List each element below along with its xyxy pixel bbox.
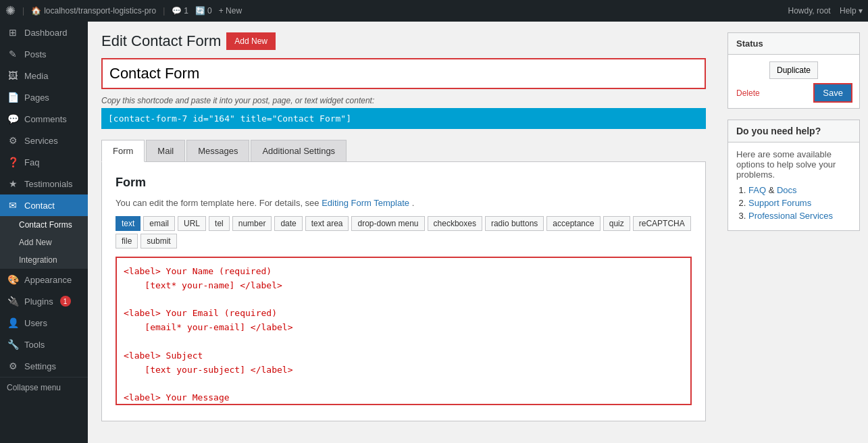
wp-logo-icon[interactable]: ✺ <box>5 3 16 18</box>
sidebar-label-contact: Contact <box>24 201 55 211</box>
help-list: FAQ & Docs Support Forums Professional S… <box>736 185 851 221</box>
tag-btn-text[interactable]: text <box>116 216 141 231</box>
sidebar-item-contact[interactable]: ✉ Contact <box>0 194 88 216</box>
add-new-button[interactable]: Add New <box>228 34 274 49</box>
comment-icon: 💬 <box>172 6 182 16</box>
sidebar-label-comments: Comments <box>24 114 67 124</box>
help-title: Do you need help? <box>728 120 859 142</box>
tag-btn-recaptcha[interactable]: reCAPTCHA <box>633 216 691 231</box>
tabs: Form Mail Messages Additional Settings <box>101 140 706 162</box>
shortcode-label: Copy this shortcode and paste it into yo… <box>101 96 706 105</box>
sidebar-label-plugins: Plugins <box>24 296 53 307</box>
sidebar-item-settings[interactable]: ⚙ Settings <box>0 355 88 377</box>
support-link[interactable]: Support Forums <box>748 198 811 208</box>
dashboard-icon: ⊞ <box>7 27 19 38</box>
testimonials-icon: ★ <box>7 178 19 189</box>
sidebar-label-services: Services <box>24 136 58 146</box>
tag-btn-file[interactable]: file <box>116 234 138 249</box>
page-title: Edit Contact Form <box>101 32 221 50</box>
sidebar-label-posts: Posts <box>24 49 47 59</box>
professional-link[interactable]: Professional Services <box>748 211 833 221</box>
help-item-faq: FAQ & Docs <box>748 185 851 195</box>
sidebar-label-testimonials: Testimonials <box>24 179 73 189</box>
settings-icon: ⚙ <box>7 361 19 371</box>
tab-mail[interactable]: Mail <box>146 140 185 161</box>
docs-link[interactable]: Docs <box>777 185 797 195</box>
sidebar-item-faq[interactable]: ❓ Faq <box>0 151 88 173</box>
sidebar-item-pages[interactable]: 📄 Pages <box>0 86 88 108</box>
status-content: Duplicate Delete Save <box>728 55 859 108</box>
tag-btn-checkboxes[interactable]: checkboxes <box>428 216 482 231</box>
comments-icon: 💬 <box>7 113 19 124</box>
posts-icon: ✎ <box>7 49 19 59</box>
help-intro: Here are some available options to help … <box>736 149 851 180</box>
tag-btn-dropdown[interactable]: drop-down menu <box>351 216 424 231</box>
top-bar-left: ✺ | 🏠 localhost/transport-logistics-pro … <box>5 3 242 18</box>
tag-btn-number[interactable]: number <box>232 216 272 231</box>
sidebar-item-add-new[interactable]: Add New <box>0 234 88 251</box>
top-bar: ✺ | 🏠 localhost/transport-logistics-pro … <box>0 0 868 22</box>
users-icon: 👤 <box>7 317 19 328</box>
home-icon: 🏠 <box>31 6 41 16</box>
status-title: Status <box>728 33 859 55</box>
appearance-icon: 🎨 <box>7 274 19 285</box>
tag-btn-quiz[interactable]: quiz <box>603 216 630 231</box>
sidebar-item-services[interactable]: ⚙ Services <box>0 130 88 151</box>
form-code-editor[interactable] <box>116 257 692 405</box>
services-icon: ⚙ <box>7 135 19 146</box>
top-bar-right: Howdy, root Help ▾ <box>788 6 863 16</box>
tag-btn-radio[interactable]: radio buttons <box>485 216 544 231</box>
integration-label: Integration <box>19 255 57 265</box>
faq-link[interactable]: FAQ <box>748 185 766 195</box>
site-name[interactable]: 🏠 localhost/transport-logistics-pro <box>31 6 156 16</box>
contact-forms-label: Contact Forms <box>19 220 72 230</box>
sidebar-item-contact-forms[interactable]: Contact Forms <box>0 216 88 234</box>
sidebar: ⊞ Dashboard ✎ Posts 🖼 Media 📄 Pages 💬 Co… <box>0 22 88 443</box>
sidebar-item-tools[interactable]: 🔧 Tools <box>0 334 88 355</box>
editing-form-template-link[interactable]: Editing Form Template <box>322 198 409 208</box>
sidebar-label-dashboard: Dashboard <box>24 28 68 38</box>
help-item-professional: Professional Services <box>748 211 851 221</box>
tag-btn-tel[interactable]: tel <box>209 216 230 231</box>
tag-btn-textarea[interactable]: text area <box>305 216 349 231</box>
sidebar-item-testimonials[interactable]: ★ Testimonials <box>0 173 88 194</box>
sidebar-item-dashboard[interactable]: ⊞ Dashboard <box>0 22 88 43</box>
contact-submenu: Contact Forms Add New Integration <box>0 216 88 269</box>
collapse-menu[interactable]: Collapse menu <box>0 377 88 398</box>
save-button[interactable]: Save <box>815 84 851 101</box>
pages-icon: 📄 <box>7 92 19 103</box>
sidebar-item-plugins[interactable]: 🔌 Plugins 1 <box>0 290 88 312</box>
tab-messages[interactable]: Messages <box>186 140 249 161</box>
tag-btn-submit[interactable]: submit <box>141 234 176 249</box>
duplicate-button[interactable]: Duplicate <box>769 61 818 79</box>
sidebar-item-posts[interactable]: ✎ Posts <box>0 43 88 65</box>
page-header: Edit Contact Form Add New <box>101 32 706 50</box>
tab-form[interactable]: Form <box>101 140 145 162</box>
tag-btn-url[interactable]: URL <box>178 216 206 231</box>
updates-icon-bar[interactable]: 🔄 0 <box>195 6 212 16</box>
tag-btn-acceptance[interactable]: acceptance <box>546 216 600 231</box>
sidebar-item-comments[interactable]: 💬 Comments <box>0 108 88 130</box>
shortcode-bar[interactable]: [contact-form-7 id="164" title="Contact … <box>101 108 706 129</box>
delete-link[interactable]: Delete <box>736 88 760 98</box>
sidebar-item-media[interactable]: 🖼 Media <box>0 65 88 86</box>
new-menu[interactable]: + New <box>219 6 242 16</box>
tag-btn-email[interactable]: email <box>143 216 175 231</box>
tools-icon: 🔧 <box>7 339 19 350</box>
sidebar-label-users: Users <box>24 318 47 328</box>
sidebar-item-integration[interactable]: Integration <box>0 251 88 269</box>
form-section-title: Form <box>116 176 692 190</box>
add-new-label: Add New <box>19 238 52 247</box>
sidebar-item-appearance[interactable]: 🎨 Appearance <box>0 269 88 290</box>
help-menu[interactable]: Help ▾ <box>840 6 863 16</box>
tab-additional[interactable]: Additional Settings <box>251 140 347 161</box>
form-title-input[interactable] <box>101 58 706 89</box>
collapse-label: Collapse menu <box>7 383 61 392</box>
comments-icon-bar[interactable]: 💬 1 <box>172 6 188 16</box>
tag-btn-date[interactable]: date <box>274 216 302 231</box>
plugins-badge: 1 <box>60 296 71 307</box>
right-panel: Status Duplicate Delete Save Do you need… <box>719 22 868 443</box>
sidebar-label-faq: Faq <box>24 157 39 167</box>
contact-icon: ✉ <box>7 200 19 211</box>
sidebar-item-users[interactable]: 👤 Users <box>0 312 88 334</box>
